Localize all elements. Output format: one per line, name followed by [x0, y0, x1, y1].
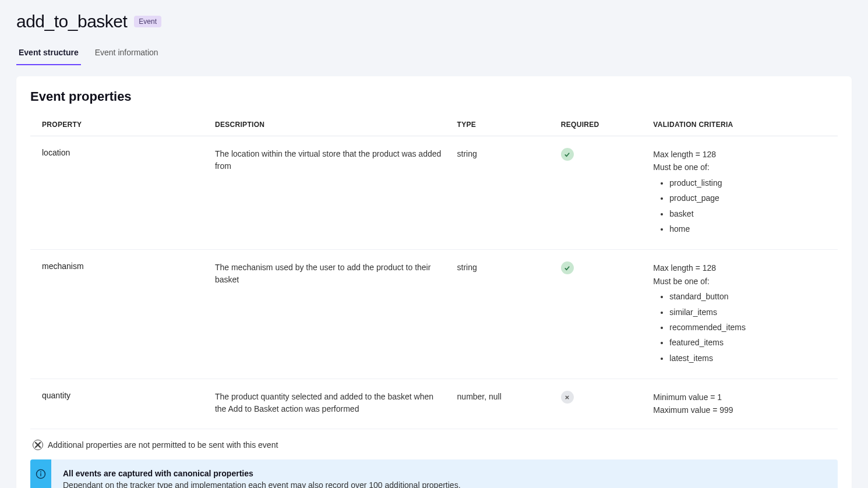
validation-list-item: product_page: [669, 192, 826, 204]
info-icon: [36, 469, 46, 479]
validation-line: Minimum value = 1: [653, 391, 826, 404]
additional-properties-text: Additional properties are not permitted …: [48, 440, 278, 450]
info-banner: All events are captured with canonical p…: [30, 459, 838, 488]
property-validation: Minimum value = 1Maximum value = 999: [653, 391, 826, 417]
cross-icon: [561, 391, 574, 404]
svg-point-6: [41, 472, 41, 472]
validation-list-item: latest_items: [669, 352, 826, 365]
info-text: Dependant on the tracker type and implem…: [63, 480, 826, 488]
validation-list-item: featured_items: [669, 336, 826, 349]
property-description: The product quantity selected and added …: [215, 391, 446, 415]
info-bar: [30, 459, 51, 488]
event-badge: Event: [134, 16, 161, 27]
property-type: number, null: [457, 391, 549, 403]
validation-list-item: similar_items: [669, 306, 826, 319]
property-name: location: [42, 148, 203, 157]
property-name: mechanism: [42, 261, 203, 271]
property-required: [561, 391, 641, 404]
property-validation: Max length = 128Must be one of:standard_…: [653, 261, 826, 367]
property-name: quantity: [42, 391, 203, 400]
check-icon: [561, 148, 574, 161]
property-type: string: [457, 261, 549, 274]
tab-event-structure[interactable]: Event structure: [16, 42, 81, 65]
validation-line: Max length = 128: [653, 148, 826, 161]
validation-line: Max length = 128: [653, 261, 826, 274]
page-header: add_to_basket Event: [16, 12, 852, 31]
property-description: The location within the virtual store th…: [215, 148, 446, 172]
property-required: [561, 261, 641, 274]
property-validation: Max length = 128Must be one of:product_l…: [653, 148, 826, 238]
col-required: REQUIRED: [561, 121, 641, 129]
additional-properties-note: Additional properties are not permitted …: [30, 429, 838, 459]
property-description: The mechanism used by the user to add th…: [215, 261, 446, 286]
col-property: PROPERTY: [42, 121, 203, 129]
tab-event-information[interactable]: Event information: [93, 42, 161, 65]
validation-line: Must be one of:: [653, 161, 826, 174]
validation-list-item: recommended_items: [669, 321, 826, 334]
info-body: All events are captured with canonical p…: [51, 459, 838, 488]
not-permitted-icon: [33, 440, 43, 450]
info-title: All events are captured with canonical p…: [63, 469, 826, 478]
col-validation: VALIDATION CRITERIA: [653, 121, 826, 129]
validation-list-item: product_listing: [669, 176, 826, 189]
validation-list-item: basket: [669, 207, 826, 220]
table-row: quantityThe product quantity selected an…: [30, 379, 838, 429]
validation-line: Must be one of:: [653, 275, 826, 288]
validation-list: standard_buttonsimilar_itemsrecommended_…: [653, 290, 826, 365]
validation-list-item: standard_button: [669, 290, 826, 303]
check-icon: [561, 261, 574, 274]
tabs: Event structure Event information: [16, 42, 852, 66]
properties-table: PROPERTY DESCRIPTION TYPE REQUIRED VALID…: [30, 115, 838, 429]
property-required: [561, 148, 641, 161]
table-row: locationThe location within the virtual …: [30, 136, 838, 250]
validation-list-item: home: [669, 222, 826, 235]
section-title: Event properties: [30, 89, 838, 104]
page-title: add_to_basket: [16, 12, 127, 31]
col-type: TYPE: [457, 121, 549, 129]
validation-line: Maximum value = 999: [653, 404, 826, 416]
table-row: mechanismThe mechanism used by the user …: [30, 250, 838, 379]
col-description: DESCRIPTION: [215, 121, 446, 129]
event-properties-card: Event properties PROPERTY DESCRIPTION TY…: [16, 76, 852, 488]
validation-list: product_listingproduct_pagebaskethome: [653, 176, 826, 236]
table-header: PROPERTY DESCRIPTION TYPE REQUIRED VALID…: [30, 115, 838, 136]
property-type: string: [457, 148, 549, 160]
